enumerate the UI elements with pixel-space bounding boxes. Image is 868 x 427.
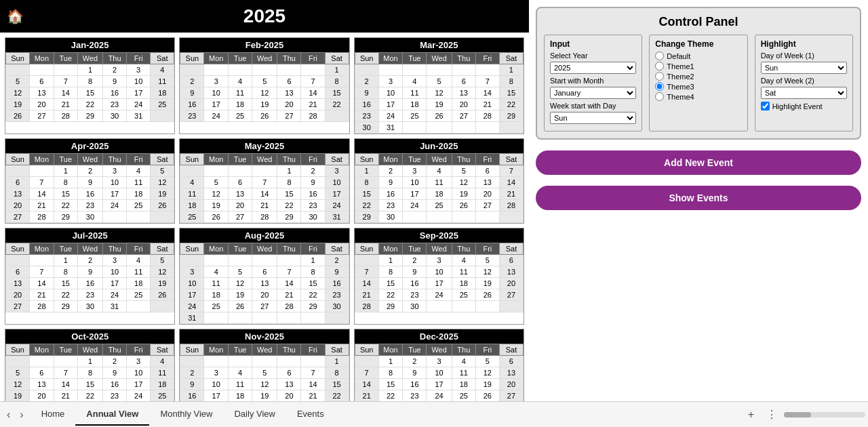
calendar-day[interactable]: 23 [355,110,378,122]
calendar-day[interactable]: 27 [6,211,30,223]
calendar-day[interactable]: 23 [103,390,127,402]
calendar-day[interactable]: 11 [229,87,252,99]
calendar-day[interactable]: 9 [77,177,102,188]
tab-item-events[interactable]: Events [286,403,335,426]
calendar-day[interactable]: 3 [427,356,452,367]
calendar-day[interactable]: 27 [229,211,252,223]
calendar-day[interactable]: 17 [325,188,349,200]
calendar-day[interactable]: 6 [30,76,54,87]
calendar-day[interactable]: 24 [403,200,427,211]
calendar-day[interactable]: 24 [103,289,127,301]
calendar-day[interactable]: 9 [180,379,204,390]
calendar-day[interactable]: 26 [6,110,30,122]
calendar-day[interactable]: 6 [277,76,301,87]
home-icon[interactable]: 🏠 [7,8,24,24]
calendar-day[interactable]: 30 [77,211,102,223]
calendar-day[interactable]: 23 [301,200,325,211]
calendar-day[interactable]: 26 [475,289,499,301]
calendar-day[interactable]: 14 [54,379,77,390]
calendar-day[interactable]: 7 [54,367,77,379]
calendar-day[interactable]: 7 [355,266,378,278]
calendar-day[interactable]: 8 [355,177,378,188]
theme-radio-theme4[interactable] [655,92,664,101]
scrollbar-thumb[interactable] [784,412,811,418]
calendar-day[interactable]: 10 [204,87,229,99]
calendar-day[interactable]: 30 [103,110,127,122]
calendar-day[interactable]: 30 [301,211,325,223]
calendar-day[interactable]: 12 [427,87,452,99]
calendar-day[interactable]: 9 [403,266,427,278]
calendar-day[interactable]: 12 [204,188,229,200]
calendar-day[interactable]: 17 [427,379,452,390]
calendar-day[interactable]: 8 [499,76,523,87]
calendar-day[interactable]: 18 [229,390,252,402]
calendar-day[interactable]: 27 [30,110,54,122]
calendar-day[interactable]: 8 [325,367,349,379]
calendar-day[interactable]: 7 [301,367,325,379]
calendar-day[interactable]: 19 [427,99,452,110]
calendar-day[interactable]: 15 [77,87,102,99]
calendar-day[interactable]: 16 [403,278,427,289]
calendar-day[interactable]: 24 [103,200,127,211]
calendar-day[interactable]: 27 [499,390,523,402]
calendar-day[interactable]: 15 [54,188,77,200]
calendar-day[interactable]: 25 [403,110,427,122]
calendar-day[interactable]: 9 [325,266,349,278]
calendar-day[interactable]: 24 [127,99,151,110]
calendar-day[interactable]: 14 [54,87,77,99]
calendar-day[interactable]: 3 [325,165,349,177]
calendar-day[interactable]: 29 [54,211,77,223]
calendar-day[interactable]: 22 [77,390,102,402]
calendar-day[interactable]: 21 [277,289,301,301]
calendar-day[interactable]: 27 [252,301,277,312]
calendar-day[interactable]: 2 [77,165,102,177]
calendar-day[interactable]: 28 [301,110,325,122]
calendar-day[interactable]: 19 [252,390,277,402]
calendar-day[interactable]: 5 [252,76,277,87]
calendar-day[interactable]: 4 [403,76,427,87]
calendar-day[interactable]: 6 [252,266,277,278]
calendar-day[interactable]: 21 [30,289,54,301]
calendar-day[interactable]: 9 [301,177,325,188]
calendar-day[interactable]: 26 [204,211,229,223]
calendar-day[interactable]: 26 [151,289,174,301]
calendar-day[interactable]: 27 [6,301,30,312]
calendar-day[interactable]: 31 [103,301,127,312]
calendar-day[interactable]: 16 [77,278,102,289]
calendar-day[interactable]: 16 [103,379,127,390]
calendar-day[interactable]: 6 [6,266,30,278]
calendar-day[interactable]: 16 [180,99,204,110]
calendar-day[interactable]: 13 [229,188,252,200]
calendar-day[interactable]: 21 [355,289,378,301]
calendar-day[interactable]: 22 [301,289,325,301]
calendar-day[interactable]: 20 [277,390,301,402]
calendar-day[interactable]: 21 [54,99,77,110]
calendar-day[interactable]: 11 [452,367,475,379]
calendar-day[interactable]: 8 [277,177,301,188]
calendar-day[interactable]: 3 [103,255,127,266]
calendar-day[interactable]: 27 [277,110,301,122]
tab-more-button[interactable]: ⋮ [762,403,781,426]
calendar-day[interactable]: 24 [180,301,204,312]
calendar-day[interactable]: 3 [127,64,151,76]
calendar-day[interactable]: 24 [427,289,452,301]
calendar-day[interactable]: 19 [151,278,174,289]
calendar-day[interactable]: 9 [180,87,204,99]
calendar-day[interactable]: 25 [452,390,475,402]
calendar-day[interactable]: 25 [452,289,475,301]
calendar-day[interactable]: 21 [54,390,77,402]
calendar-day[interactable]: 17 [103,188,127,200]
calendar-day[interactable]: 22 [499,99,523,110]
calendar-day[interactable]: 13 [499,367,523,379]
calendar-day[interactable]: 14 [355,379,378,390]
calendar-day[interactable]: 11 [452,266,475,278]
calendar-day[interactable]: 21 [252,200,277,211]
calendar-day[interactable]: 14 [30,278,54,289]
calendar-day[interactable]: 29 [355,211,378,223]
calendar-day[interactable]: 23 [403,390,427,402]
calendar-day[interactable]: 25 [127,200,151,211]
calendar-day[interactable]: 26 [151,200,174,211]
tab-item-daily-view[interactable]: Daily View [223,403,285,426]
calendar-day[interactable]: 8 [325,76,349,87]
calendar-day[interactable]: 3 [403,165,427,177]
